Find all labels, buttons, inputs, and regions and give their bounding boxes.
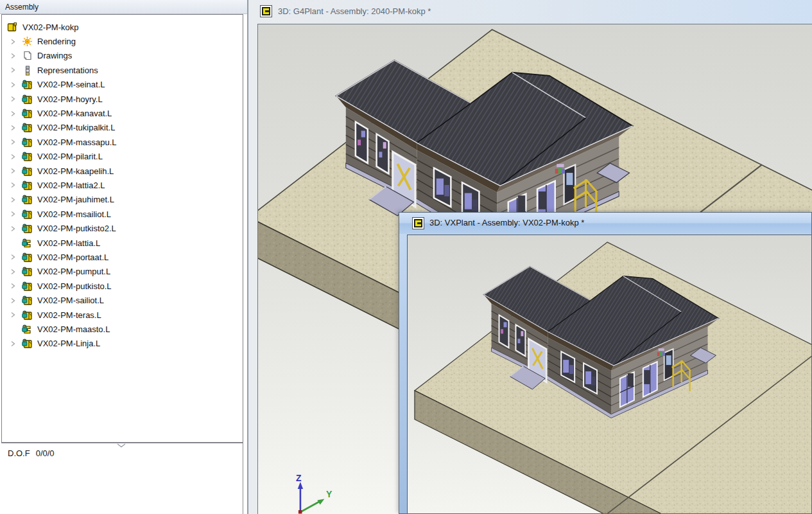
window-icon[interactable] <box>412 217 424 229</box>
expand-arrow-icon[interactable] <box>10 53 16 59</box>
tree-item-label: VX02-PM-seinat.L <box>37 80 105 89</box>
tree-item-label: VX02-PM-tukipalkit.L <box>37 123 115 132</box>
expand-arrow-icon[interactable] <box>10 297 16 304</box>
tree-item[interactable]: VX02-PM-tukipalkit.L <box>2 121 243 135</box>
assembly-tree[interactable]: VX02-PM-kokp Rendering Drawings Represen… <box>1 14 243 443</box>
tree-item-icon <box>22 310 33 321</box>
tree-item[interactable]: VX02-PM-portaat.L <box>2 250 243 264</box>
tree-item[interactable]: VX02-PM-sailiot.L <box>2 293 243 307</box>
window-icon[interactable] <box>260 5 272 17</box>
tree-item[interactable]: VX02-PM-lattia.L <box>2 236 243 250</box>
tree-item-label: VX02-PM-pilarit.L <box>37 152 103 161</box>
tree-item-icon <box>22 94 33 105</box>
tree-item[interactable]: VX02-PM-Linja.L <box>2 337 243 351</box>
tree-item[interactable]: VX02-PM-kokp <box>2 20 243 34</box>
tree-item-icon <box>22 281 33 292</box>
expand-arrow-icon[interactable] <box>10 226 16 232</box>
back-window-titlebar[interactable]: 3D: G4Plant - Assembly: 2040-PM-kokp * <box>248 0 812 23</box>
tree-item-icon <box>22 223 33 234</box>
tree-item[interactable]: VX02-PM-pilarit.L <box>2 150 243 164</box>
front-window-titlebar[interactable]: 3D: VXPlant - Assembly: VX02-PM-kokp * <box>399 213 811 234</box>
tree-item-label: VX02-PM-putkisto2.L <box>37 224 116 233</box>
tree-item-label: Representations <box>37 66 98 75</box>
expand-arrow-icon[interactable] <box>10 283 16 289</box>
tree-item-icon <box>22 338 33 349</box>
front-3d-window: 3D: VXPlant - Assembly: VX02-PM-kokp * <box>399 212 812 514</box>
expand-arrow-icon[interactable] <box>10 154 16 160</box>
tree-item-label: VX02-PM-msailiot.L <box>37 209 111 219</box>
tree-item-label: VX02-PM-massapu.L <box>37 137 117 147</box>
tree-item-icon <box>22 266 33 277</box>
tree-item-label: VX02-PM-teras.L <box>37 310 101 320</box>
expand-arrow-icon[interactable] <box>10 341 16 347</box>
tree-item-icon <box>22 180 33 191</box>
tree-item-label: Drawings <box>37 51 72 60</box>
tree-item[interactable]: VX02-PM-seinat.L <box>2 78 243 92</box>
splitter-collapse-icon[interactable] <box>117 443 126 448</box>
expand-arrow-icon[interactable] <box>10 82 16 88</box>
tree-item[interactable]: VX02-PM-massapu.L <box>2 135 243 149</box>
tree-item[interactable]: VX02-PM-putkisto2.L <box>2 221 243 235</box>
front-window-title: 3D: VXPlant - Assembly: VX02-PM-kokp * <box>429 218 584 227</box>
tree-item[interactable]: VX02-PM-putkisto.L <box>2 279 243 293</box>
expand-arrow-icon[interactable] <box>10 197 16 203</box>
tree-item[interactable]: VX02-PM-teras.L <box>2 308 243 322</box>
expand-arrow-icon[interactable] <box>10 39 16 45</box>
front-3d-viewport[interactable] <box>407 235 811 513</box>
tree-item[interactable]: VX02-PM-maasto.L <box>2 322 243 336</box>
tree-item[interactable]: VX02-PM-jauhimet.L <box>2 193 243 207</box>
expand-arrow-icon[interactable] <box>10 168 16 174</box>
tree-item-label: VX02-PM-Linja.L <box>37 339 100 348</box>
tree-item[interactable]: Drawings <box>2 49 243 63</box>
tree-item-icon <box>22 79 33 90</box>
tree-item-label: VX02-PM-sailiot.L <box>37 296 104 305</box>
tree-item-label: VX02-PM-hoyry.L <box>37 94 103 104</box>
tree-item-icon <box>22 50 33 61</box>
tree-item-icon <box>22 36 33 47</box>
dof-label: D.O.F <box>8 448 30 458</box>
expand-arrow-icon[interactable] <box>10 312 16 318</box>
tree-item-label: VX02-PM-pumput.L <box>37 267 110 276</box>
expand-arrow-icon[interactable] <box>10 211 16 217</box>
expand-arrow-icon[interactable] <box>10 182 16 188</box>
tree-item-label: VX02-PM-kokp <box>22 22 78 32</box>
assembly-panel-title: Assembly <box>0 0 247 14</box>
front-scene-canvas[interactable] <box>408 235 811 513</box>
tree-item[interactable]: VX02-PM-kanavat.L <box>2 106 243 120</box>
expand-arrow-icon[interactable] <box>10 269 16 275</box>
tree-item-label: VX02-PM-lattia.L <box>37 238 100 248</box>
tree-item-icon <box>22 238 33 249</box>
tree-item-label: VX02-PM-kanavat.L <box>37 109 112 118</box>
expand-arrow-icon[interactable] <box>10 67 16 73</box>
tree-item[interactable]: Rendering <box>2 34 243 48</box>
axis-y-label: Y <box>326 489 333 499</box>
panel-border <box>243 443 243 514</box>
tree-item-icon <box>22 295 33 306</box>
tree-item[interactable]: Representations <box>2 63 243 77</box>
tree-item-icon <box>22 122 33 133</box>
dof-readout: D.O.F0/0/0 <box>8 448 55 458</box>
axis-triad: Z Y <box>296 473 333 514</box>
tree-item[interactable]: VX02-PM-hoyry.L <box>2 92 243 106</box>
tree-item-icon <box>22 194 33 205</box>
assembly-panel: Assembly VX02-PM-kokp Rendering Drawings… <box>0 0 248 514</box>
expand-arrow-icon[interactable] <box>10 139 16 145</box>
tree-item-label: VX02-PM-jauhimet.L <box>37 195 114 204</box>
expand-arrow-icon[interactable] <box>10 254 16 260</box>
tree-item-icon <box>22 324 33 335</box>
tree-item[interactable]: VX02-PM-lattia2.L <box>2 178 243 192</box>
tree-item-icon <box>22 209 33 220</box>
expand-arrow-icon[interactable] <box>10 96 16 102</box>
tree-item[interactable]: VX02-PM-msailiot.L <box>2 207 243 221</box>
tree-item-icon <box>22 108 33 119</box>
dof-value: 0/0/0 <box>36 448 55 458</box>
back-window-title: 3D: G4Plant - Assembly: 2040-PM-kokp * <box>278 6 431 16</box>
tree-item-label: VX02-PM-putkisto.L <box>37 281 112 291</box>
tree-item[interactable]: VX02-PM-pumput.L <box>2 265 243 279</box>
axis-y-arrow <box>317 499 324 505</box>
expand-arrow-icon[interactable] <box>10 111 16 117</box>
tree-item[interactable]: VX02-PM-kaapelih.L <box>2 164 243 178</box>
axis-z-label: Z <box>296 473 302 483</box>
tree-item-icon <box>22 252 33 263</box>
expand-arrow-icon[interactable] <box>10 125 16 131</box>
